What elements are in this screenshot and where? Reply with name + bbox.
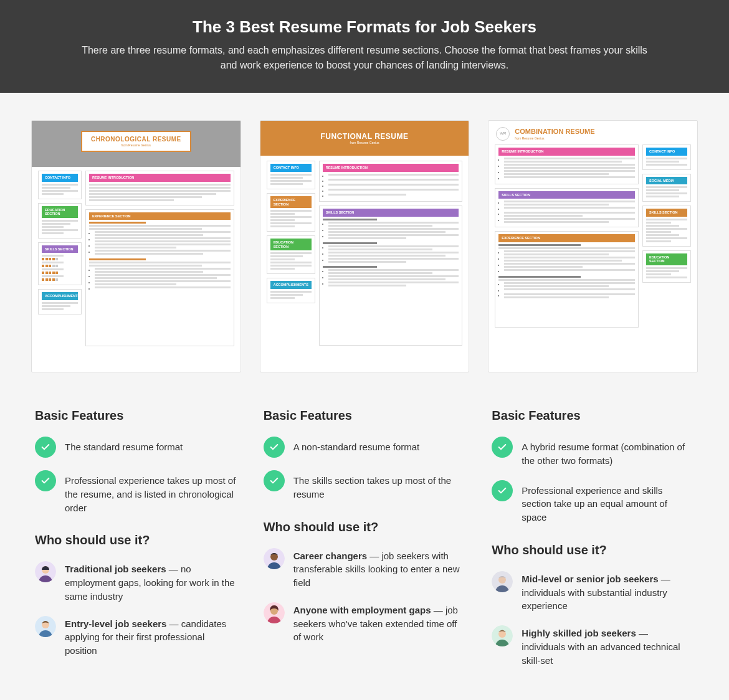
check-icon bbox=[492, 437, 513, 458]
who-item: Career changers — job seekers with trans… bbox=[264, 548, 466, 590]
label-exp: EXPERIENCE SECTION bbox=[89, 212, 231, 220]
feature-item: A hybrid resume format (combination of t… bbox=[492, 437, 694, 468]
label-skills2: SKILLS SECTION bbox=[646, 209, 687, 217]
label-edu: EDUCATION SECTION bbox=[646, 253, 687, 265]
feature-text: A hybrid resume format (combination of t… bbox=[522, 437, 694, 468]
thumb-title: CHRONOLOGICAL RESUME bbox=[91, 136, 181, 143]
feature-text: Professional experience takes up most of… bbox=[65, 470, 237, 514]
avatar-icon bbox=[264, 602, 285, 623]
avatar-icon bbox=[492, 625, 513, 646]
label-contact: CONTACT INFO bbox=[42, 174, 78, 182]
label-skills: SKILLS SECTION bbox=[498, 191, 635, 199]
label-accomp: ACCOMPLISHMENTS bbox=[42, 292, 78, 300]
who-text: Entry-level job seekers — candidates app… bbox=[65, 616, 237, 658]
page-subtitle: There are three resume formats, and each… bbox=[75, 43, 654, 73]
thumb-subtitle: from Resume Genius bbox=[515, 136, 594, 140]
who-text: Anyone with employment gaps — job seeker… bbox=[293, 602, 466, 644]
who-item: Anyone with employment gaps — job seeker… bbox=[264, 602, 466, 644]
check-icon bbox=[264, 470, 285, 491]
avatar-icon bbox=[35, 616, 56, 637]
who-heading: Who should use it? bbox=[264, 520, 466, 534]
who-text: Career changers — job seekers with trans… bbox=[293, 548, 466, 590]
thumb-title: FUNCTIONAL RESUME bbox=[260, 132, 469, 141]
label-intro: RESUME INTRODUCTION bbox=[89, 174, 231, 182]
thumb-subtitle: from Resume Genius bbox=[91, 143, 181, 147]
check-icon bbox=[35, 437, 56, 458]
page-title: The 3 Best Resume Formats for Job Seeker… bbox=[75, 17, 654, 37]
label-skills: SKILLS SECTION bbox=[323, 209, 459, 217]
column-functional: FUNCTIONAL RESUME from Resume Genius CON… bbox=[260, 120, 470, 679]
who-item: Entry-level job seekers — candidates app… bbox=[35, 616, 237, 658]
check-icon bbox=[35, 470, 56, 491]
resume-thumbnail-functional: FUNCTIONAL RESUME from Resume Genius CON… bbox=[260, 120, 470, 372]
thumb-subtitle: from Resume Genius bbox=[260, 141, 469, 144]
who-heading: Who should use it? bbox=[492, 543, 694, 557]
column-chronological: CHRONOLOGICAL RESUME from Resume Genius … bbox=[31, 120, 241, 679]
label-intro: RESUME INTRODUCTION bbox=[323, 164, 459, 172]
label-contact: CONTACT INFO bbox=[270, 164, 312, 172]
avatar-icon bbox=[492, 571, 513, 592]
label-skills: SKILLS SECTION bbox=[42, 245, 78, 253]
resume-thumbnail-combination: WR COMBINATION RESUME from Resume Genius… bbox=[488, 120, 698, 372]
feature-item: A non-standard resume format bbox=[264, 437, 466, 458]
label-intro: RESUME INTRODUCTION bbox=[498, 148, 635, 156]
features-heading: Basic Features bbox=[492, 409, 694, 423]
check-icon bbox=[492, 480, 513, 501]
thumb-title: COMBINATION RESUME bbox=[515, 128, 594, 136]
who-item: Highly skilled job seekers — individuals… bbox=[492, 625, 694, 667]
feature-text: The standard resume format bbox=[65, 437, 183, 454]
format-grid: CHRONOLOGICAL RESUME from Resume Genius … bbox=[0, 93, 729, 700]
avatar-icon bbox=[35, 561, 56, 582]
label-social: SOCIAL MEDIA bbox=[646, 177, 687, 185]
label-edu: EDUCATION SECTION bbox=[270, 239, 312, 250]
thumb-avatar-circle: WR bbox=[496, 127, 510, 141]
feature-item: Professional experience and skills secti… bbox=[492, 480, 694, 524]
who-item: Mid-level or senior job seekers — indivi… bbox=[492, 571, 694, 613]
avatar-icon bbox=[264, 548, 285, 569]
feature-item: The standard resume format bbox=[35, 437, 237, 458]
hero-banner: The 3 Best Resume Formats for Job Seeker… bbox=[0, 0, 729, 93]
label-accomp: ACCOMPLISHMENTS bbox=[270, 281, 312, 289]
resume-thumbnail-chronological: CHRONOLOGICAL RESUME from Resume Genius … bbox=[31, 120, 241, 372]
who-text: Mid-level or senior job seekers — indivi… bbox=[522, 571, 694, 613]
column-combination: WR COMBINATION RESUME from Resume Genius… bbox=[488, 120, 698, 679]
label-exp: EXPERIENCE SECTION bbox=[270, 196, 312, 208]
who-heading: Who should use it? bbox=[35, 533, 237, 547]
feature-text: Professional experience and skills secti… bbox=[522, 480, 694, 524]
who-text: Traditional job seekers — no employment … bbox=[65, 561, 237, 603]
label-exp: EXPERIENCE SECTION bbox=[498, 234, 635, 242]
features-heading: Basic Features bbox=[264, 409, 466, 423]
who-item: Traditional job seekers — no employment … bbox=[35, 561, 237, 603]
feature-text: The skills section takes up most of the … bbox=[293, 470, 466, 501]
label-contact: CONTACT INFO bbox=[646, 148, 687, 156]
who-text: Highly skilled job seekers — individuals… bbox=[522, 625, 694, 667]
feature-item: Professional experience takes up most of… bbox=[35, 470, 237, 514]
features-heading: Basic Features bbox=[35, 409, 237, 423]
check-icon bbox=[264, 437, 285, 458]
feature-text: A non-standard resume format bbox=[293, 437, 420, 454]
feature-item: The skills section takes up most of the … bbox=[264, 470, 466, 501]
label-edu: EDUCATION SECTION bbox=[42, 206, 78, 218]
